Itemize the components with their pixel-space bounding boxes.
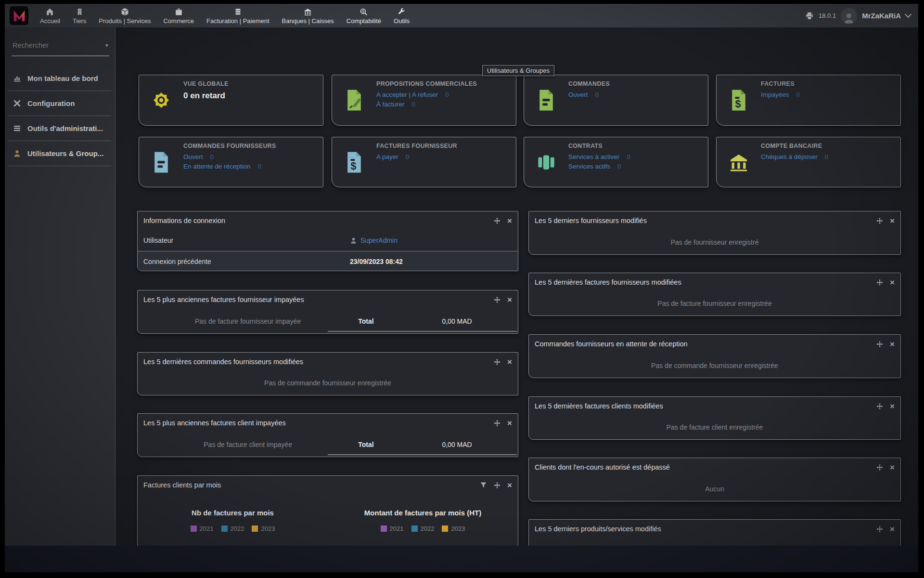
nav-accueil[interactable]: Accueil [34,4,66,27]
app-logo[interactable] [10,6,28,25]
link-ff-a-payer[interactable]: A payer [376,153,398,160]
filter-icon[interactable] [480,482,487,488]
left-sidebar: ▾ Mon tableau de bord Configuration Outi… [5,27,116,546]
widget-title: Informations de connexion [143,217,493,224]
widget-commandes-attente-reception: Commandes fournisseurs en attente de réc… [528,334,901,378]
link-cf-ouvert[interactable]: Ouvert [183,153,203,160]
statbox-title: PROPOSITIONS COMMERCIALES [376,80,477,87]
link-factures-impayees[interactable]: Impayées [761,91,789,98]
suitcase-icon [524,137,568,187]
tooltip: Utilisateurs & Groupes [482,65,554,76]
statbox-vue-globale[interactable]: VUE GLOBALE 0 en retard [139,75,323,126]
file-lines-icon [524,75,568,125]
nav-comptabilite[interactable]: $ Comptabilité [340,4,387,27]
move-icon[interactable] [876,525,884,533]
empty-message: Pas de facture fournisseur impayée [138,317,358,325]
close-icon[interactable]: × [890,402,895,410]
bank-icon [717,137,761,187]
legend-label: 2023 [261,525,275,532]
statbox-propositions-commerciales[interactable]: PROPOSITIONS COMMERCIALES A accepter | A… [332,75,516,126]
move-icon[interactable] [876,341,884,348]
move-icon[interactable] [876,279,884,286]
widget-factures-fournisseur-impayees: Les 5 plus anciennes factures fournisseu… [137,290,518,334]
nav-produits-services[interactable]: Produits | Services [92,4,157,27]
link-a-facturer[interactable]: À facturer [376,101,405,108]
move-icon[interactable] [493,482,501,489]
statbox-title: COMMANDES FOURNISSEURS [183,143,276,149]
link-cheques-a-deposer[interactable]: Chèques à déposer [761,153,818,160]
link-services-actifs[interactable]: Services actifs [568,163,610,170]
sidebar-item-outils-administration[interactable]: Outils d'administrati... [8,116,111,141]
legend-label: 2022 [231,525,244,532]
move-icon[interactable] [876,403,884,410]
chart-montant-factures: Montant de factures par mois (HT) 2021 2… [328,494,518,532]
close-icon[interactable]: × [507,419,512,427]
count-badge: 0 [412,101,416,108]
widget-title: Les 5 plus anciennes factures client imp… [143,419,493,427]
chevron-down-icon[interactable] [905,11,911,18]
close-icon[interactable]: × [890,340,895,348]
logo-m-icon [12,9,26,23]
version-label: 18.0.1 [819,12,836,19]
sidebar-item-tableau-de-bord[interactable]: Mon tableau de bord [8,66,111,91]
nav-facturation-paiement[interactable]: Facturation | Paiement [200,4,276,27]
link-commandes-ouvert[interactable]: Ouvert [568,91,588,98]
sidebar-item-configuration[interactable]: Configuration [8,91,111,116]
close-icon[interactable]: × [507,358,512,366]
crossed-tools-icon [13,99,21,107]
top-navbar: Accueil Tiers Produits | Services Commer… [5,4,918,27]
close-icon[interactable]: × [507,481,512,489]
move-icon[interactable] [493,296,501,303]
statbox-commandes-fournisseurs[interactable]: COMMANDES FOURNISSEURS Ouvert0 En attent… [139,137,323,187]
move-icon[interactable] [876,217,884,224]
legend-swatch-2022 [221,525,228,532]
widget-title: Les 5 derniers fournisseurs modifiés [535,217,876,224]
statbox-compte-bancaire[interactable]: COMPTE BANCAIRE Chèques à déposer0 [716,137,901,187]
legend-swatch-2021 [381,525,387,532]
close-icon[interactable]: × [890,463,895,472]
close-icon[interactable]: × [890,278,895,287]
search-input[interactable] [12,41,104,50]
dashboard-content: Utilisateurs & Groupes VUE GLOBALE 0 en … [116,27,918,546]
sidebar-item-utilisateurs-groupes[interactable]: Utilisateurs & Group... [8,141,111,166]
chart-legend: 2021 2022 2023 [328,525,518,532]
link-cf-attente-reception[interactable]: En attente de réception [183,163,251,170]
widget-title: Les 5 plus anciennes factures fournisseu… [143,296,493,303]
close-icon[interactable]: × [890,217,895,225]
superadmin-link[interactable]: SuperAdmin [360,236,398,244]
count-badge: 0 [595,91,599,98]
avatar[interactable] [841,8,857,24]
printer-icon[interactable] [805,12,814,20]
empty-message: Aucun [529,476,900,501]
close-icon[interactable]: × [507,296,512,304]
move-icon[interactable] [493,217,501,224]
statbox-factures[interactable]: $ FACTURES Impayées0 [716,75,901,126]
nav-banques-caisses[interactable]: Banques | Caisses [276,4,340,27]
link-services-a-activer[interactable]: Services à activer [568,153,620,160]
bank-icon [304,7,312,16]
bar-chart-icon [13,74,21,82]
search-dropdown-caret-icon[interactable]: ▾ [104,42,109,49]
nav-tiers[interactable]: Tiers [66,4,92,27]
user-menu[interactable]: MrZaKaRiA [862,12,901,20]
legend-label: 2021 [390,525,404,532]
legend-label: 2021 [200,525,214,532]
nav-commerce[interactable]: Commerce [157,4,200,27]
sidebar-item-label: Configuration [27,99,75,107]
move-icon[interactable] [876,464,884,471]
statbox-contrats[interactable]: CONTRATS Services à activer0 Services ac… [524,137,708,187]
statbox-commandes[interactable]: COMMANDES Ouvert0 [524,75,708,126]
statbox-factures-fournisseur[interactable]: $ FACTURES FOURNISSEUR A payer0 [332,137,516,187]
close-icon[interactable]: × [507,217,512,225]
user-icon [13,149,21,158]
close-icon[interactable]: × [890,525,895,533]
sidebar-menu: Mon tableau de bord Configuration Outils… [5,66,115,166]
count-badge: 0 [627,153,631,160]
svg-text:$: $ [362,9,364,13]
building-icon [76,7,83,16]
nav-outils[interactable]: Outils [387,4,416,27]
chart-legend: 2021 2022 2023 [138,525,328,532]
link-a-accepter-a-refuser[interactable]: A accepter | A refuser [376,91,438,98]
move-icon[interactable] [493,358,501,366]
move-icon[interactable] [493,420,501,427]
